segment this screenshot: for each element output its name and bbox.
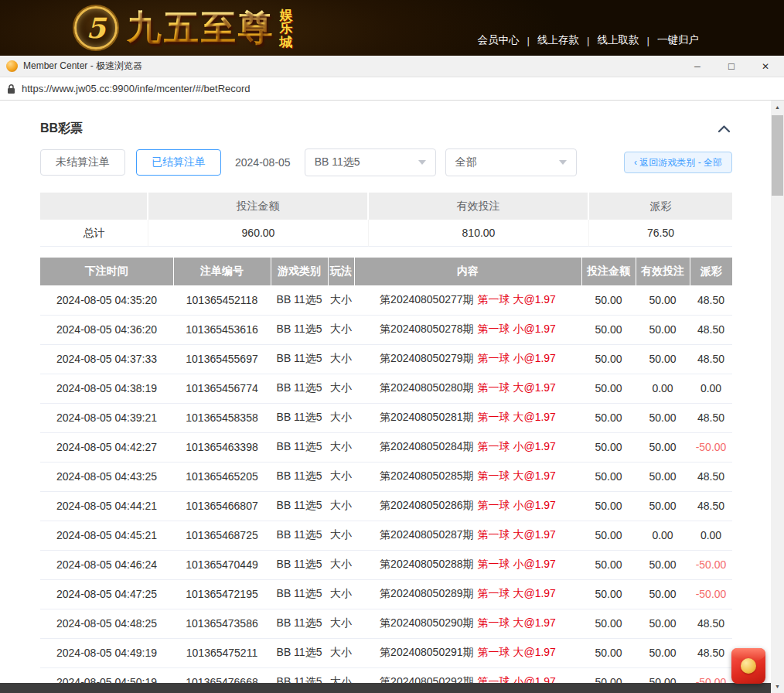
browser-favicon-icon bbox=[6, 60, 18, 72]
cell-play-type: 大小 bbox=[328, 432, 354, 462]
cell-bet-time: 2024-08-05 04:37:33 bbox=[40, 344, 173, 374]
header-bet-id: 注单编号 bbox=[173, 258, 271, 285]
cell-bet-amount: 50.00 bbox=[581, 521, 636, 550]
table-header-row: 下注时间 注单编号 游戏类别 玩法 内容 投注金额 有效投注 派彩 bbox=[40, 258, 732, 285]
pick-text: 第一球 大@1.97 bbox=[478, 381, 556, 394]
screen: 5 九五至尊 娱乐城 会员中心|线上存款|线上取款|一键归户 Member Ce… bbox=[0, 0, 784, 693]
table-row: 2024-08-05 04:46:24101365470449BB 11选5大小… bbox=[40, 550, 732, 579]
cell-valid-bet: 50.00 bbox=[636, 403, 690, 432]
red-envelope-icon[interactable] bbox=[731, 648, 765, 684]
page-content: BB彩票 未结算注单 已结算注单 2024-08-05 BB 11选5 全部 ‹… bbox=[0, 101, 771, 693]
cell-valid-bet: 50.00 bbox=[636, 609, 690, 638]
address-url[interactable]: https://www.jw05.cc:9900/infe/mcenter/#/… bbox=[22, 83, 251, 94]
cell-game-type: BB 11选5 bbox=[271, 521, 328, 550]
browser-urlbar: https://www.jw05.cc:9900/infe/mcenter/#/… bbox=[0, 77, 784, 101]
pick-text: 第一球 小@1.97 bbox=[478, 440, 556, 452]
cell-valid-bet: 50.00 bbox=[636, 462, 690, 491]
pick-text: 第一球 大@1.97 bbox=[478, 469, 556, 482]
scroll-up-icon[interactable]: ▲ bbox=[771, 101, 784, 114]
site-logo: 5 九五至尊 娱乐城 bbox=[74, 5, 294, 51]
logo-subtitle: 娱乐城 bbox=[278, 9, 294, 49]
cell-bet-id: 101365463398 bbox=[173, 432, 271, 462]
summary-header-valid-bet: 有效投注 bbox=[369, 193, 589, 220]
cell-bet-id: 101365465205 bbox=[173, 462, 271, 491]
period-text: 第202408050285期 bbox=[380, 469, 473, 482]
scrollbar[interactable]: ▲ ▼ bbox=[771, 101, 784, 693]
summary-total-label: 总计 bbox=[40, 220, 148, 247]
header-content: 内容 bbox=[354, 258, 581, 285]
cell-bet-amount: 50.00 bbox=[581, 432, 636, 462]
cell-game-type: BB 11选5 bbox=[271, 638, 328, 667]
cell-payout: 48.50 bbox=[690, 609, 732, 638]
chevron-down-icon bbox=[559, 160, 567, 165]
cell-bet-amount: 50.00 bbox=[581, 285, 636, 315]
nav-link-3[interactable]: 一键归户 bbox=[657, 33, 699, 47]
cell-play-type: 大小 bbox=[328, 374, 354, 403]
cell-play-type: 大小 bbox=[328, 550, 354, 579]
summary-valid-bet-value: 810.00 bbox=[369, 220, 589, 247]
tab-unsettled-bets[interactable]: 未结算注单 bbox=[40, 149, 125, 176]
pick-text: 第一球 小@1.97 bbox=[478, 558, 556, 570]
nav-link-2[interactable]: 线上取款 bbox=[597, 33, 639, 47]
minimize-button[interactable]: ─ bbox=[680, 56, 714, 77]
date-picker[interactable]: 2024-08-05 bbox=[235, 156, 291, 169]
game-select[interactable]: BB 11选5 bbox=[305, 148, 436, 176]
pick-text: 第一球 大@1.97 bbox=[478, 616, 556, 629]
page-footer-strip bbox=[0, 683, 771, 693]
summary-payout-value: 76.50 bbox=[589, 220, 732, 247]
cell-bet-amount: 50.00 bbox=[581, 374, 636, 403]
cell-game-type: BB 11选5 bbox=[271, 374, 328, 403]
cell-bet-id: 101365452118 bbox=[173, 285, 271, 315]
pick-text: 第一球 小@1.97 bbox=[478, 323, 556, 335]
scrollbar-thumb[interactable] bbox=[772, 115, 783, 196]
maximize-button[interactable]: □ bbox=[714, 56, 748, 77]
cell-bet-id: 101365468725 bbox=[173, 521, 271, 550]
cell-bet-amount: 50.00 bbox=[581, 403, 636, 432]
summary-corner-cell bbox=[40, 193, 148, 220]
cell-bet-amount: 50.00 bbox=[581, 462, 636, 491]
cell-bet-id: 101365453616 bbox=[173, 315, 271, 344]
cell-content: 第202408050278期第一球 小@1.97 bbox=[354, 315, 581, 344]
cell-bet-time: 2024-08-05 04:47:25 bbox=[40, 579, 173, 609]
cell-bet-time: 2024-08-05 04:44:21 bbox=[40, 491, 173, 521]
cell-game-type: BB 11选5 bbox=[271, 344, 328, 374]
pick-text: 第一球 大@1.97 bbox=[478, 528, 556, 541]
tab-settled-bets[interactable]: 已结算注单 bbox=[136, 149, 221, 176]
section-title: BB彩票 bbox=[40, 121, 83, 137]
lock-icon[interactable] bbox=[7, 84, 15, 94]
back-to-category-button[interactable]: ‹ 返回游戏类别 - 全部 bbox=[624, 152, 732, 173]
cell-bet-id: 101365473586 bbox=[173, 609, 271, 638]
period-text: 第202408050284期 bbox=[380, 440, 473, 452]
cell-bet-amount: 50.00 bbox=[581, 609, 636, 638]
close-button[interactable]: ✕ bbox=[748, 56, 782, 77]
cell-bet-time: 2024-08-05 04:48:25 bbox=[40, 609, 173, 638]
table-row: 2024-08-05 04:39:21101365458358BB 11选5大小… bbox=[40, 403, 732, 432]
summary-header-payout: 派彩 bbox=[589, 193, 732, 220]
cell-game-type: BB 11选5 bbox=[271, 462, 328, 491]
table-row: 2024-08-05 04:38:19101365456774BB 11选5大小… bbox=[40, 374, 732, 403]
gold-coin-icon bbox=[741, 658, 756, 674]
nav-link-0[interactable]: 会员中心 bbox=[477, 33, 519, 47]
nav-separator: | bbox=[587, 35, 590, 46]
header-game-type: 游戏类别 bbox=[271, 258, 328, 285]
header-valid-bet: 有效投注 bbox=[636, 258, 690, 285]
cell-game-type: BB 11选5 bbox=[271, 550, 328, 579]
cell-content: 第202408050290期第一球 大@1.97 bbox=[354, 609, 581, 638]
pick-text: 第一球 小@1.97 bbox=[478, 352, 556, 364]
scroll-down-icon[interactable]: ▼ bbox=[771, 680, 784, 693]
cell-bet-time: 2024-08-05 04:46:24 bbox=[40, 550, 173, 579]
cell-content: 第202408050279期第一球 小@1.97 bbox=[354, 344, 581, 374]
period-text: 第202408050280期 bbox=[380, 381, 473, 394]
period-text: 第202408050290期 bbox=[380, 616, 473, 629]
table-row: 2024-08-05 04:48:25101365473586BB 11选5大小… bbox=[40, 609, 732, 638]
scope-select[interactable]: 全部 bbox=[445, 148, 577, 176]
period-text: 第202408050288期 bbox=[380, 558, 473, 570]
cell-content: 第202408050291期第一球 大@1.97 bbox=[354, 638, 581, 667]
cell-game-type: BB 11选5 bbox=[271, 491, 328, 521]
cell-content: 第202408050281期第一球 大@1.97 bbox=[354, 403, 581, 432]
scope-select-value: 全部 bbox=[455, 155, 477, 169]
collapse-section-button[interactable] bbox=[716, 123, 732, 135]
table-row: 2024-08-05 04:45:21101365468725BB 11选5大小… bbox=[40, 521, 732, 550]
pick-text: 第一球 小@1.97 bbox=[478, 499, 556, 511]
nav-link-1[interactable]: 线上存款 bbox=[537, 33, 579, 47]
